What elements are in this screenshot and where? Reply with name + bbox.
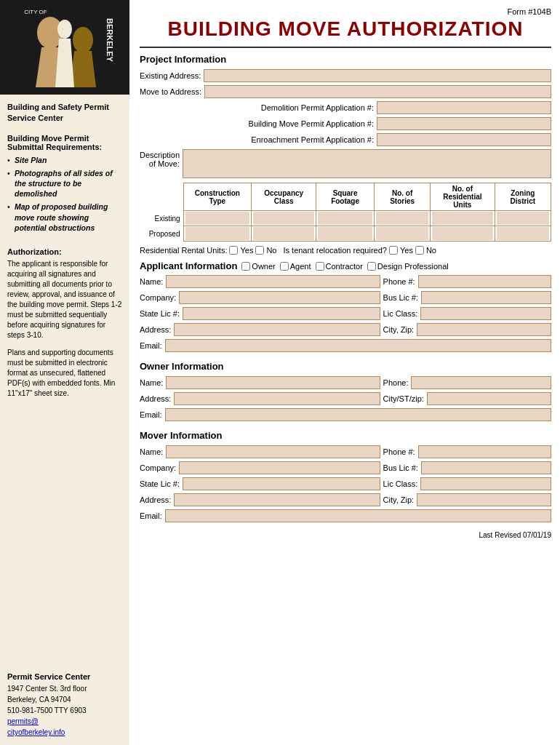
mover-name-phone-row: Name: Phone #:	[140, 445, 551, 458]
move-to-address-input[interactable]	[204, 85, 551, 98]
mover-email-input[interactable]	[165, 509, 551, 522]
title-divider	[140, 47, 551, 48]
owner-email-label: Email:	[140, 410, 162, 419]
applicant-name-group: Name:	[140, 275, 380, 288]
owner-citystzip-input[interactable]	[427, 392, 551, 405]
existing-zoning-district[interactable]	[497, 212, 549, 225]
mover-buslic-input[interactable]	[421, 461, 551, 474]
proposed-no-stories[interactable]	[376, 227, 428, 240]
svg-point-3	[73, 27, 93, 53]
proposed-construction-type[interactable]	[185, 227, 250, 240]
applicant-email-label: Email:	[140, 341, 162, 350]
mover-stateic-label: State Lic #:	[140, 479, 180, 488]
existing-residential-units[interactable]	[432, 212, 493, 225]
mover-buslic-group: Bus Lic #:	[383, 461, 551, 474]
col-square-footage: SquareFootage	[316, 183, 375, 211]
sidebar: BERKELEY CITY OF Building and Safety Per…	[0, 0, 129, 745]
tenant-no-label: No	[426, 246, 436, 255]
applicant-email-row: Email:	[140, 339, 551, 352]
owner-name-input[interactable]	[166, 376, 380, 389]
proposed-occupancy-class[interactable]	[253, 227, 314, 240]
applicant-phone-group: Phone #:	[383, 275, 551, 288]
existing-no-stories[interactable]	[376, 212, 428, 225]
tenant-yes-checkbox[interactable]	[389, 246, 398, 255]
tenant-yes-label: Yes	[400, 246, 413, 255]
applicant-licclass-label: Lic Class:	[383, 309, 418, 318]
col-zoning-district: ZoningDistrict	[495, 183, 551, 211]
rental-yes-checkbox[interactable]	[229, 246, 238, 255]
proposed-zoning-district[interactable]	[497, 227, 549, 240]
enroachment-label: Enroachment Permit Application #:	[251, 135, 374, 144]
mover-name-label: Name:	[140, 447, 163, 456]
req-item-2: Photographs of all sides of the structur…	[7, 168, 122, 199]
applicant-owner-option: Owner	[241, 262, 275, 271]
applicant-name-input[interactable]	[166, 275, 380, 288]
applicant-email-input[interactable]	[165, 339, 551, 352]
applicant-address-input[interactable]	[174, 323, 380, 336]
mover-phone-label: Phone #:	[383, 447, 415, 456]
mover-buslic-label: Bus Lic #:	[383, 463, 418, 472]
mover-address-label: Address:	[140, 495, 171, 504]
proposed-row-label: Proposed	[140, 226, 183, 242]
applicant-stateic-input[interactable]	[183, 307, 380, 320]
permit-center-phone: 510-981-7500 TTY 6903	[7, 705, 122, 716]
mover-company-input[interactable]	[179, 461, 380, 474]
mover-name-input[interactable]	[166, 445, 380, 458]
applicant-buslic-input[interactable]	[421, 291, 551, 304]
proposed-square-footage[interactable]	[318, 227, 372, 240]
applicant-buslic-label: Bus Lic #:	[383, 293, 418, 302]
applicant-contractor-option: Contractor	[316, 262, 363, 271]
existing-construction-type[interactable]	[185, 212, 250, 225]
building-move-permit-input[interactable]	[377, 117, 551, 130]
org-name: Building and Safety Permit Service Cente…	[7, 102, 122, 124]
mover-phone-input[interactable]	[418, 445, 551, 458]
existing-square-footage[interactable]	[318, 212, 372, 225]
mover-cityzip-input[interactable]	[417, 493, 551, 506]
proposed-residential-units[interactable]	[432, 227, 493, 240]
last-revised: Last Revised 07/01/19	[140, 531, 551, 539]
applicant-stateic-label: State Lic #:	[140, 309, 180, 318]
applicant-name-phone-row: Name: Phone #:	[140, 275, 551, 288]
tenant-yes-group: Yes	[389, 246, 413, 255]
building-move-label: Building Move Permit Application #:	[249, 119, 374, 128]
applicant-design-option: Design Professional	[367, 262, 449, 271]
req-item-3: Map of proposed building move route show…	[7, 202, 122, 233]
mover-email-label: Email:	[140, 511, 162, 520]
existing-address-input[interactable]	[204, 69, 551, 82]
description-textarea[interactable]	[183, 149, 551, 178]
owner-address-input[interactable]	[174, 392, 380, 405]
applicant-owner-checkbox[interactable]	[241, 262, 250, 271]
enroachment-permit-input[interactable]	[377, 133, 551, 146]
applicant-company-buslic-row: Company: Bus Lic #:	[140, 291, 551, 304]
owner-citystzip-group: City/ST/zip:	[383, 392, 551, 405]
mover-company-buslic-row: Company: Bus Lic #:	[140, 461, 551, 474]
applicant-phone-input[interactable]	[418, 275, 551, 288]
plans-text: Plans and supporting documents must be s…	[7, 348, 122, 399]
applicant-design-checkbox[interactable]	[367, 262, 376, 271]
mover-licclass-input[interactable]	[420, 477, 551, 490]
owner-phone-input[interactable]	[411, 376, 551, 389]
applicant-name-label: Name:	[140, 277, 163, 286]
mover-address-cityzip-row: Address: City, Zip:	[140, 493, 551, 506]
mover-stateic-input[interactable]	[183, 477, 380, 490]
sidebar-content: Building and Safety Permit Service Cente…	[0, 95, 129, 745]
owner-email-input[interactable]	[165, 408, 551, 421]
applicant-company-input[interactable]	[179, 291, 380, 304]
applicant-buslic-group: Bus Lic #:	[383, 291, 551, 304]
mover-email-row: Email:	[140, 509, 551, 522]
permit-center-email-link[interactable]: permits@cityofberkeley.info	[7, 717, 65, 736]
existing-occupancy-class[interactable]	[253, 212, 314, 225]
mover-stateic-licclass-row: State Lic #: Lic Class:	[140, 477, 551, 490]
existing-row: Existing	[140, 211, 551, 226]
svg-text:CITY OF: CITY OF	[24, 9, 47, 15]
applicant-agent-checkbox[interactable]	[280, 262, 289, 271]
applicant-licclass-input[interactable]	[420, 307, 551, 320]
applicant-contractor-checkbox[interactable]	[316, 262, 324, 271]
tenant-no-checkbox[interactable]	[415, 246, 424, 255]
applicant-cityzip-input[interactable]	[417, 323, 551, 336]
mover-address-input[interactable]	[174, 493, 380, 506]
applicant-stateic-licclass-row: State Lic #: Lic Class:	[140, 307, 551, 320]
mover-company-group: Company:	[140, 461, 380, 474]
demolition-permit-input[interactable]	[377, 101, 551, 114]
rental-no-checkbox[interactable]	[255, 246, 264, 255]
